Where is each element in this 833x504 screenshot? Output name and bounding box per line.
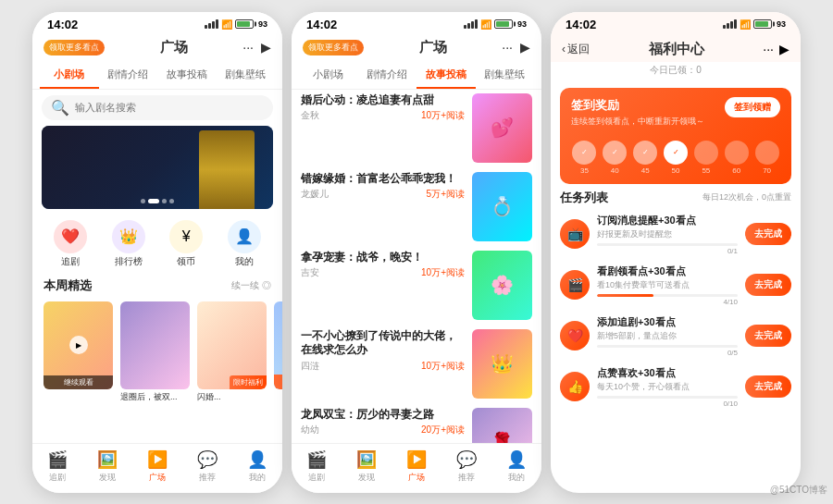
nav-plaza-2[interactable]: ▶️ 广场 [392, 449, 441, 484]
progress-fill-1 [597, 294, 653, 297]
story-thumb-3: 👑 [472, 329, 532, 399]
search-input[interactable] [75, 102, 264, 113]
drama-list: ▶ 继续观看 退圈后，被双... 限时福利 闪婚... 免费领看点 [32, 298, 282, 410]
nav-mine-2[interactable]: 👤 我的 [491, 449, 541, 484]
day-circle-5 [725, 141, 749, 165]
task-name-1: 看剧领看点+30看点 [597, 264, 738, 278]
drama-card-3[interactable]: 免费领看点 [274, 301, 282, 402]
nav-discover-2[interactable]: 🖼️ 发现 [342, 449, 392, 484]
task-btn-0[interactable]: 去完成 [745, 223, 791, 245]
signin-day-2: ✓ 45 [632, 141, 659, 175]
story-item-1[interactable]: 错嫁缘婚：首富老公乖乖宠我！ 龙媛儿 5万+阅读 💍 [301, 172, 532, 241]
tab-1-1[interactable]: 剧情介绍 [99, 62, 158, 89]
nav-recommend-icon-2: 💬 [456, 449, 477, 470]
nav-mine-1[interactable]: 👤 我的 [232, 449, 282, 484]
story-reads-1: 5万+阅读 [427, 188, 465, 201]
task-progress-3: 0/10 [597, 396, 738, 408]
day-circle-2: ✓ [633, 141, 657, 165]
day-num-4: 55 [702, 166, 710, 175]
progress-bar-3 [597, 396, 738, 399]
story-reads-2: 10万+阅读 [421, 266, 465, 279]
banner-dots [141, 199, 174, 203]
task-desc-3: 每天10个赞，开心领看点 [597, 381, 738, 393]
task-name-2: 添加追剧+30看点 [597, 315, 738, 329]
more-icon-3[interactable]: ··· [763, 42, 774, 56]
ranking-icon: 👑 [112, 220, 145, 253]
tab-2-1[interactable]: 剧情介绍 [358, 62, 417, 89]
signin-section: 签到奖励 连续签到领看点，中断重新开领哦～ 签到领赠 ✓ 35 ✓ 40 ✓ 4… [560, 88, 791, 184]
vip-button-2[interactable]: 领取更多看点 [303, 40, 364, 55]
signin-day-4: 55 [692, 141, 719, 175]
day-num-6: 70 [763, 166, 771, 175]
task-name-3: 点赞喜欢+30看点 [597, 366, 738, 380]
play-icon-3[interactable]: ▶ [779, 42, 789, 56]
story-content-0: 婚后心动：凌总追妻有点甜 金秋 10万+阅读 [301, 93, 465, 123]
signin-text: 签到奖励 连续签到领看点，中断重新开领哦～ [571, 97, 704, 135]
play-icon-2[interactable]: ▶ [520, 40, 530, 55]
search-icon: 🔍 [51, 99, 69, 117]
task-btn-3[interactable]: 去完成 [745, 375, 791, 398]
nav-discover-1[interactable]: 🖼️ 发现 [82, 449, 132, 484]
play-icon[interactable]: ▶ [261, 40, 271, 55]
nav-plaza-1[interactable]: ▶️ 广场 [132, 449, 182, 484]
day-num-3: 50 [672, 166, 680, 175]
drama-thumb-1 [120, 301, 190, 389]
story-thumb-emoji-2: 🌸 [491, 274, 514, 296]
progress-bar-1 [597, 294, 738, 297]
drama-thumb-3: 免费领看点 [274, 301, 282, 389]
tab-1-3[interactable]: 剧集壁纸 [217, 62, 276, 89]
more-icon-2[interactable]: ··· [502, 40, 513, 55]
battery-text-2: 93 [517, 19, 527, 29]
section-more-1[interactable]: 续一续 ◎ [231, 279, 271, 292]
nav-recommend-1[interactable]: 💬 推荐 [182, 449, 232, 484]
nav-follow-2[interactable]: 🎬 追剧 [292, 449, 342, 484]
tab-2-2[interactable]: 故事投稿 [416, 62, 476, 89]
story-item-4[interactable]: 龙凤双宝：厉少的寻妻之路 幼幼 20万+阅读 🌹 [301, 408, 532, 443]
nav-recommend-2[interactable]: 💬 推荐 [441, 449, 491, 484]
time-1: 14:02 [47, 18, 78, 31]
task-item-0: 📺 订阅消息提醒+30看点 好报更新及时提醒您 0/1 去完成 [560, 214, 791, 255]
wifi-icon-2: 📶 [480, 19, 491, 30]
icon-mine[interactable]: 👤 我的 [228, 220, 261, 268]
battery-icon-2 [494, 19, 513, 29]
search-bar[interactable]: 🔍 [42, 95, 273, 120]
day-circle-1: ✓ [603, 141, 627, 165]
task-progress-0: 0/1 [597, 243, 738, 255]
tab-1-0[interactable]: 小剧场 [40, 62, 99, 89]
welfare-actions: ··· ▶ [763, 42, 789, 56]
battery-icon [235, 19, 254, 29]
story-item-2[interactable]: 拿孕宠妻：战爷，晚安！ 吉安 10万+阅读 🌸 [301, 251, 532, 320]
story-item-0[interactable]: 婚后心动：凌总追妻有点甜 金秋 10万+阅读 💕 [301, 93, 532, 163]
tab-2-3[interactable]: 剧集壁纸 [476, 62, 535, 89]
play-btn-0[interactable]: ▶ [69, 336, 88, 354]
nav-follow-icon-1: 🎬 [47, 449, 68, 470]
time-3: 14:02 [566, 18, 596, 31]
story-author-3: 四涟 [301, 360, 319, 373]
icon-follow[interactable]: ❤️ 追剧 [54, 220, 87, 268]
drama-card-1[interactable]: 退圈后，被双... [120, 301, 190, 402]
day-circle-3: ✓ [664, 141, 688, 165]
header-2: 领取更多看点 广场 ··· ▶ [292, 35, 541, 62]
dot-2 [148, 199, 159, 203]
signin-button[interactable]: 签到领赠 [725, 97, 780, 117]
back-button[interactable]: ‹ 返回 [562, 42, 590, 57]
nav-recommend-label-1: 推荐 [199, 472, 216, 484]
tab-2-0[interactable]: 小剧场 [299, 62, 358, 89]
story-author-0: 金秋 [301, 109, 319, 122]
tab-1-2[interactable]: 故事投稿 [157, 62, 217, 89]
status-bar-2: 14:02 📶 93 [292, 12, 541, 35]
story-item-3[interactable]: 一不小心撩到了传说中的大佬，在线求怎么办 四涟 10万+阅读 👑 [301, 329, 532, 399]
nav-follow-1[interactable]: 🎬 追剧 [32, 449, 82, 484]
task-btn-2[interactable]: 去完成 [745, 325, 791, 347]
task-content-1: 看剧领看点+30看点 看10集付费章节可送看点 4/10 [597, 264, 738, 306]
vip-button[interactable]: 领取更多看点 [44, 40, 105, 55]
day-num-2: 45 [641, 166, 650, 175]
more-icon[interactable]: ··· [242, 40, 254, 55]
task-btn-1[interactable]: 去完成 [745, 274, 791, 296]
icon-ranking[interactable]: 👑 排行榜 [112, 220, 145, 268]
drama-card-0[interactable]: ▶ 继续观看 [44, 301, 113, 402]
icon-coins[interactable]: ¥ 领币 [169, 220, 203, 268]
nav-recommend-icon-1: 💬 [197, 449, 218, 470]
drama-card-2[interactable]: 限时福利 闪婚... [197, 301, 267, 402]
story-meta-3: 四涟 10万+阅读 [301, 360, 465, 373]
